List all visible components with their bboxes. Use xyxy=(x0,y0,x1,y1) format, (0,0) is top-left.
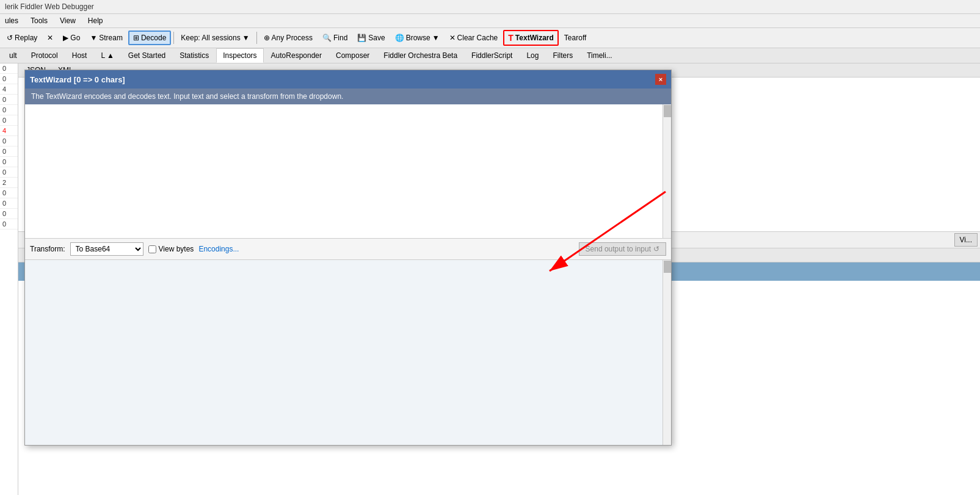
dialog-output-area xyxy=(25,260,671,445)
right-panel: JSON XML ers below. 5 45 E6 19 FB F3 A1 … xyxy=(18,63,980,495)
find-button[interactable]: 🔍 Find xyxy=(318,31,352,45)
send-output-icon: ↺ xyxy=(653,245,659,253)
session-row[interactable]: 0 xyxy=(0,219,18,229)
tab-timeline[interactable]: Timeli... xyxy=(580,48,619,63)
dialog-input[interactable] xyxy=(25,104,671,238)
textwizard-icon: T xyxy=(508,33,514,43)
toolbar: ↺ Replay ✕ ▶ Go ▼ Stream ⊞ Decode Keep: … xyxy=(0,28,980,48)
transform-bar: Transform: To Base64 From Base64 URL Enc… xyxy=(25,239,671,260)
scrollbar-thumb xyxy=(664,105,671,117)
dialog-info-text: The TextWizard encodes and decodes text.… xyxy=(31,92,343,101)
decode-button[interactable]: ⊞ Decode xyxy=(128,31,171,45)
separator xyxy=(173,32,174,44)
session-row[interactable]: 0 xyxy=(0,63,18,74)
title-bar: lerik Fiddler Web Debugger xyxy=(0,0,980,14)
tab-log[interactable]: Log xyxy=(520,48,545,63)
menu-bar: ules Tools View Help xyxy=(0,14,980,28)
browse-dropdown-icon: ▼ xyxy=(432,34,440,42)
dialog-output-scrollbar[interactable] xyxy=(662,260,671,445)
replay-icon: ↺ xyxy=(7,34,13,42)
transform-label: Transform: xyxy=(30,245,65,253)
tab-inspectors[interactable]: Inspectors xyxy=(216,48,263,63)
any-process-button[interactable]: ⊕ Any Process xyxy=(260,31,317,45)
replay-button[interactable]: ↺ Replay xyxy=(2,31,42,45)
dialog-close-button[interactable]: × xyxy=(655,74,666,85)
session-row[interactable]: 0 xyxy=(0,136,18,146)
save-icon: 💾 xyxy=(357,34,366,42)
session-row[interactable]: 0 xyxy=(0,115,18,126)
stream-icon: ▼ xyxy=(90,34,97,42)
tab-l[interactable]: L ▲ xyxy=(94,48,120,63)
browse-button[interactable]: 🌐 Browse ▼ xyxy=(391,31,444,45)
session-row[interactable]: 0 xyxy=(0,95,18,105)
any-process-icon: ⊕ xyxy=(264,34,270,42)
app-title: lerik Fiddler Web Debugger xyxy=(5,2,94,11)
dialog-title: TextWizard [0 => 0 chars] xyxy=(30,75,125,84)
save-button[interactable]: 💾 Save xyxy=(353,31,389,45)
tab-fiddler-orchestra[interactable]: Fiddler Orchestra Beta xyxy=(377,48,464,63)
session-row[interactable]: 0 xyxy=(0,74,18,84)
dialog-output[interactable] xyxy=(25,260,671,443)
session-list: 0 0 4 0 0 0 4 0 0 0 0 2 0 0 0 0 xyxy=(0,63,18,495)
tab-statistics[interactable]: Statistics xyxy=(173,48,216,63)
stream-button[interactable]: ▼ Stream xyxy=(85,31,127,45)
vi-button[interactable]: Vi... xyxy=(954,233,978,247)
textwizard-button[interactable]: T TextWizard xyxy=(503,30,559,46)
output-scrollbar-thumb xyxy=(664,261,671,273)
dialog-info: The TextWizard encodes and decodes text.… xyxy=(25,89,671,104)
view-bytes-label: View bytes xyxy=(159,245,194,253)
encodings-link[interactable]: Encodings... xyxy=(198,245,239,253)
go-icon: ▶ xyxy=(63,34,68,42)
session-row[interactable]: 4 xyxy=(0,126,18,136)
decode-icon: ⊞ xyxy=(133,34,139,42)
tab-autoresponder[interactable]: AutoResponder xyxy=(264,48,328,63)
tab-fiddlerscript[interactable]: FiddlerScript xyxy=(465,48,519,63)
menu-help[interactable]: Help xyxy=(85,15,106,26)
view-bytes-container: View bytes xyxy=(148,245,194,253)
session-row[interactable]: 0 xyxy=(0,157,18,167)
menu-rules[interactable]: ules xyxy=(2,15,21,26)
clear-cache-button[interactable]: ✕ Clear Cache xyxy=(445,31,503,45)
tab-composer[interactable]: Composer xyxy=(329,48,376,63)
keep-dropdown-icon: ▼ xyxy=(242,34,250,42)
tab-protocol[interactable]: Protocol xyxy=(24,48,65,63)
session-row[interactable]: 0 xyxy=(0,146,18,157)
send-output-button[interactable]: Send output to input ↺ xyxy=(579,242,666,256)
dialog-input-scrollbar[interactable] xyxy=(662,104,671,238)
tab-bar: ult Protocol Host L ▲ Get Started Statis… xyxy=(0,48,980,63)
keep-button[interactable]: Keep: All sessions ▼ xyxy=(176,31,253,45)
view-bytes-checkbox[interactable] xyxy=(148,245,156,253)
menu-tools[interactable]: Tools xyxy=(28,15,50,26)
session-row[interactable]: 0 xyxy=(0,188,18,198)
x-icon: ✕ xyxy=(47,34,53,42)
session-row[interactable]: 2 xyxy=(0,178,18,188)
session-row[interactable]: 0 xyxy=(0,198,18,209)
clear-cache-icon: ✕ xyxy=(449,34,456,42)
menu-view[interactable]: View xyxy=(57,15,78,26)
tab-filters[interactable]: Filters xyxy=(546,48,579,63)
go-button[interactable]: ▶ Go xyxy=(59,31,84,45)
tab-host[interactable]: Host xyxy=(65,48,94,63)
session-row[interactable]: 0 xyxy=(0,209,18,219)
transform-select[interactable]: To Base64 From Base64 URL Encode URL Dec… xyxy=(70,242,143,256)
send-output-label: Send output to input xyxy=(586,245,651,253)
separator2 xyxy=(256,32,257,44)
x-button[interactable]: ✕ xyxy=(43,31,57,45)
find-icon: 🔍 xyxy=(322,34,332,42)
dialog-titlebar: TextWizard [0 => 0 chars] × xyxy=(25,70,671,89)
main-content: 0 0 4 0 0 0 4 0 0 0 0 2 0 0 0 0 JSON XML… xyxy=(0,63,980,495)
tab-result[interactable]: ult xyxy=(2,48,24,63)
session-row[interactable]: 4 xyxy=(0,84,18,95)
textwizard-dialog: TextWizard [0 => 0 chars] × The TextWiza… xyxy=(24,70,672,446)
tab-get-started[interactable]: Get Started xyxy=(122,48,172,63)
session-row[interactable]: 0 xyxy=(0,167,18,178)
browse-icon: 🌐 xyxy=(395,34,404,42)
tearoff-button[interactable]: Tearoff xyxy=(560,31,590,45)
session-row[interactable]: 0 xyxy=(0,105,18,115)
dialog-input-area xyxy=(25,104,671,239)
